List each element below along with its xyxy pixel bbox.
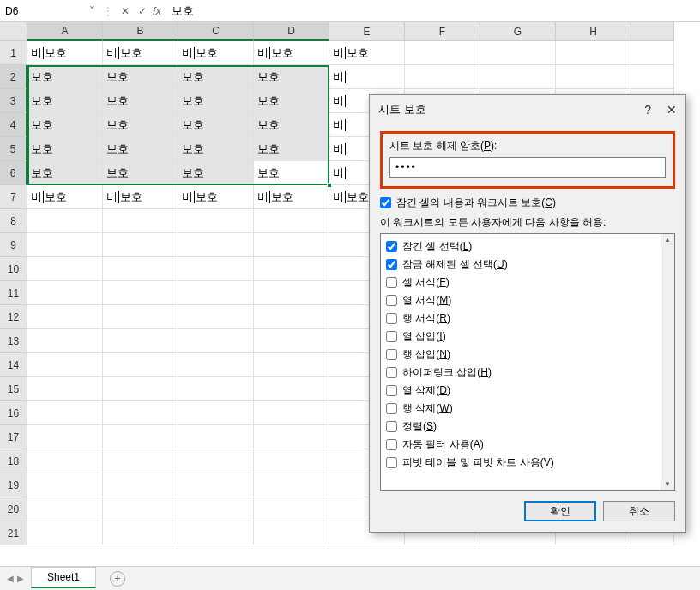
cell[interactable] [254,377,329,401]
row-header-17[interactable]: 17 [0,425,27,449]
row-header-4[interactable]: 4 [0,113,27,137]
col-header-B[interactable]: B [103,22,178,41]
cell[interactable]: 보호 [27,65,103,89]
row-header-8[interactable]: 8 [0,209,27,233]
row-header-15[interactable]: 15 [0,377,27,401]
cell[interactable]: 보호 [178,137,254,161]
cell[interactable]: 보호 [103,137,178,161]
permission-checkbox[interactable] [386,457,397,468]
cell[interactable] [178,281,254,305]
cell[interactable] [631,41,674,65]
tab-prev-icon[interactable]: ◀ [7,574,14,583]
permission-checkbox[interactable] [386,241,397,252]
cell[interactable] [103,401,178,425]
cell[interactable]: 보호 [254,89,329,113]
col-header-F[interactable]: F [405,22,480,41]
permission-checkbox[interactable] [386,277,397,288]
col-header-G[interactable]: G [480,22,556,41]
protect-contents-checkbox-row[interactable]: 잠긴 셀의 내용과 워크시트 보호(C) [380,196,675,210]
cell[interactable]: 비보호 [103,41,178,65]
cell[interactable] [103,497,178,521]
cell[interactable] [27,401,103,425]
cell[interactable] [103,425,178,449]
ok-button[interactable]: 확인 [524,501,596,521]
permission-checkbox[interactable] [386,439,397,450]
permission-checkbox[interactable] [386,367,397,378]
cell[interactable]: 비보호 [103,185,178,209]
cell[interactable] [103,473,178,497]
cell[interactable] [103,257,178,281]
cell[interactable] [27,497,103,521]
permission-checkbox[interactable] [386,295,397,306]
permission-item[interactable]: 정렬(S) [386,418,669,436]
permission-item[interactable]: 잠긴 셀 선택(L) [386,238,669,256]
sheet-tab[interactable]: Sheet1 [31,567,96,588]
cell[interactable]: 보호 [27,137,103,161]
permission-item[interactable]: 셀 서식(F) [386,274,669,292]
cell[interactable] [178,377,254,401]
cell[interactable] [27,449,103,473]
permission-item[interactable]: 열 서식(M) [386,292,669,310]
row-header-18[interactable]: 18 [0,449,27,473]
permission-item[interactable]: 자동 필터 사용(A) [386,436,669,454]
cell[interactable] [405,65,480,89]
cell[interactable]: 보호 [254,161,329,185]
cell[interactable] [254,281,329,305]
cell[interactable] [27,209,103,233]
permissions-list[interactable]: 잠긴 셀 선택(L)잠금 해제된 셀 선택(U)셀 서식(F)열 서식(M)행 … [380,233,675,491]
permissions-scrollbar[interactable] [661,234,674,490]
cell[interactable] [178,521,254,545]
permission-checkbox[interactable] [386,313,397,324]
cell[interactable]: 보호 [103,65,178,89]
cell[interactable] [254,353,329,377]
cell[interactable] [254,449,329,473]
col-header-H[interactable]: H [556,22,631,41]
close-icon[interactable]: ✕ [667,103,677,117]
cancel-formula-icon[interactable]: ✕ [117,5,134,17]
cell[interactable] [27,521,103,545]
permission-checkbox[interactable] [386,403,397,414]
cell[interactable]: 비보호 [178,41,254,65]
cell[interactable] [178,353,254,377]
permission-checkbox[interactable] [386,259,397,270]
permission-checkbox[interactable] [386,421,397,432]
cell[interactable] [27,329,103,353]
cell[interactable] [178,449,254,473]
cell[interactable] [254,425,329,449]
cell[interactable] [103,521,178,545]
row-header-19[interactable]: 19 [0,473,27,497]
cell[interactable] [631,65,674,89]
cell[interactable]: 비 [329,65,405,89]
cell[interactable]: 비보호 [254,185,329,209]
cell[interactable] [103,305,178,329]
cell[interactable] [27,377,103,401]
cell[interactable] [27,233,103,257]
permission-checkbox[interactable] [386,385,397,396]
col-header-partial[interactable] [631,22,674,41]
formula-input[interactable] [165,3,700,19]
cell[interactable] [103,281,178,305]
row-header-20[interactable]: 20 [0,497,27,521]
permission-item[interactable]: 피벗 테이블 및 피벗 차트 사용(V) [386,454,669,472]
cell[interactable]: 보호 [254,137,329,161]
cell[interactable] [178,425,254,449]
cell[interactable] [103,449,178,473]
cell[interactable] [254,209,329,233]
select-all-corner[interactable] [0,22,27,41]
cell[interactable] [27,281,103,305]
row-header-3[interactable]: 3 [0,89,27,113]
help-icon[interactable]: ? [644,103,651,117]
cell[interactable] [27,473,103,497]
cell[interactable]: 보호 [27,113,103,137]
row-header-1[interactable]: 1 [0,41,27,65]
cell[interactable] [103,353,178,377]
cell[interactable]: 보호 [178,161,254,185]
row-header-10[interactable]: 10 [0,257,27,281]
cell[interactable] [27,353,103,377]
permission-item[interactable]: 하이퍼링크 삽입(H) [386,364,669,382]
row-header-5[interactable]: 5 [0,137,27,161]
permission-item[interactable]: 행 삭제(W) [386,400,669,418]
cell[interactable] [254,521,329,545]
cell[interactable] [27,425,103,449]
cancel-button[interactable]: 취소 [603,501,675,521]
